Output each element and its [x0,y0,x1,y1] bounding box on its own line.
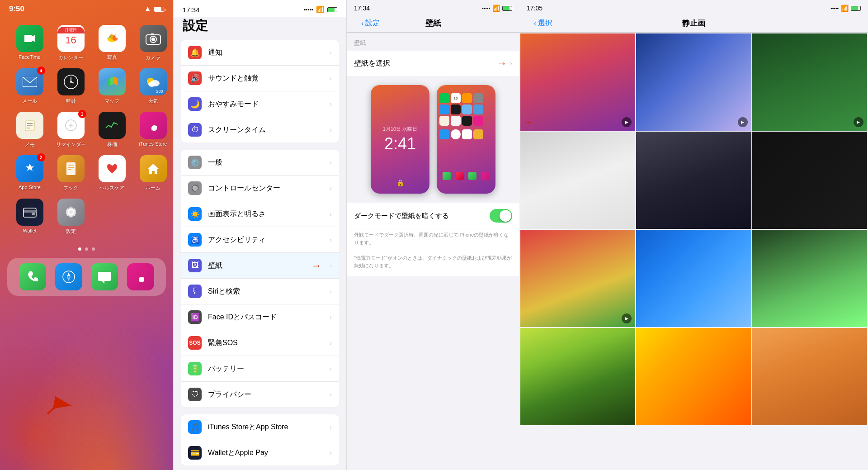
chevron-icon: › [330,423,332,431]
app-books[interactable]: ブック [54,155,88,191]
settings-item-wallpaper[interactable]: 🖼 壁紙 → › [181,253,339,279]
app-weather-icon: 280 [140,68,167,95]
settings-label-privacy: プライバシー [208,390,323,399]
p2-signal-icon: ▪▪▪▪▪ [304,6,313,13]
time-display: 9:50 [9,5,24,14]
p3-time: 17:34 [354,5,370,12]
app-appstore-label: App Store [19,185,41,190]
wallpaper-thumb-9[interactable] [752,230,867,327]
app-settings[interactable]: 設定 [54,199,88,235]
app-mail[interactable]: 4 メール [13,68,47,104]
app-home-icon [140,155,167,182]
settings-item-access[interactable]: ♿ アクセシビリティ › [181,227,339,253]
settings-icon-sos: SOS [188,336,202,350]
home-screen-preview: 16 [437,85,495,194]
wallpaper-thumb-3[interactable]: ▶ [752,33,867,131]
app-facetime-icon [16,25,43,52]
app-camera[interactable]: カメラ [136,25,170,61]
settings-item-dnd[interactable]: 🌙 おやすみモード › [181,91,339,117]
chevron-icon: › [330,313,332,321]
dock [7,258,166,296]
dark-mode-label: ダークモードで壁紙を暗くする [354,212,449,220]
settings-item-faceid[interactable]: 🆔 Face IDとパスコード › [181,304,339,330]
app-itunes[interactable]: iTunes Store [136,112,170,148]
app-clock-label: 時計 [66,98,76,104]
wallpaper-thumb-7[interactable]: ▶ [520,230,635,327]
p4-title: 静止画 [682,18,705,28]
app-wallet[interactable]: Wallet [13,199,47,235]
app-maps[interactable]: マップ [95,68,129,104]
wallpaper-thumb-6[interactable] [752,132,867,229]
app-memo-label: メモ [25,141,35,148]
wallpaper-thumb-4[interactable] [520,132,635,229]
settings-item-notify[interactable]: 🔔 通知 › [181,40,339,66]
dark-mode-description: 外観モードでダーク選択時、周囲の光に応じてiPhoneの壁紙が暗くなります。 "… [347,229,519,276]
settings-item-battery[interactable]: 🔋 バッテリー › [181,356,339,382]
app-wallet-label: Wallet [23,228,36,233]
app-home[interactable]: ホーム [136,155,170,191]
empty-slot-2 [136,199,170,235]
lock-time: 2:41 [384,134,416,153]
app-weather[interactable]: 280 天気 [136,68,170,104]
app-calendar[interactable]: 月曜日 16 カレンダー [54,25,88,61]
dock-safari-icon [55,263,82,290]
page-dots [0,244,173,254]
app-facetime-label: FaceTime [19,54,41,60]
settings-icon-access: ♿ [188,233,202,247]
chevron-icon: › [330,236,332,243]
wallpaper-thumb-12[interactable] [752,328,867,425]
wifi-icon: ▲ [144,5,151,14]
app-reminder[interactable]: 1 リマインダー [54,112,88,148]
dark-mode-toggle[interactable] [490,209,512,223]
app-memo[interactable]: メモ [13,112,47,148]
app-calendar-icon: 月曜日 16 [57,25,85,52]
chevron-icon: › [330,391,332,398]
settings-item-screentime[interactable]: ⏱ スクリーンタイム › [181,117,339,142]
app-clock[interactable]: 時計 [54,68,88,104]
wallpaper-thumb-5[interactable] [636,132,751,229]
settings-item-general[interactable]: ⚙️ 一般 › [181,150,339,176]
dock-messages[interactable] [91,263,118,290]
chevron-icon: › [330,49,332,56]
app-health[interactable]: ヘルスケア [95,155,129,191]
wallpaper-thumb-8[interactable] [636,230,751,327]
selected-arrow-1: → [524,117,533,127]
settings-item-privacy[interactable]: 🛡 プライバシー › [181,382,339,407]
p4-back-button[interactable]: ‹ 選択 [534,19,552,28]
chevron-icon: › [330,288,332,295]
settings-item-itunes[interactable]: 🎵 iTunes StoreとApp Store › [181,414,339,440]
settings-item-wallet[interactable]: 💳 WalletとApple Pay › [181,440,339,465]
settings-icon-dnd: 🌙 [188,97,202,111]
app-photos[interactable]: 写真 [95,25,129,61]
wallpaper-thumb-2[interactable]: ▶ [636,33,751,131]
dock-safari[interactable] [55,263,82,290]
wallpaper-thumb-10[interactable] [520,328,635,425]
app-appstore[interactable]: 2 App Store [13,155,47,191]
app-stocks[interactable]: 株価 [95,112,129,148]
app-settings-label: 設定 [66,228,76,235]
app-reminder-icon: 1 [57,112,85,139]
p3-back-button[interactable]: ‹ 設定 [361,19,380,28]
app-health-icon [99,155,126,182]
settings-item-siri[interactable]: 🎙 Siriと検索 › [181,279,339,304]
settings-icon-wallpaper: 🖼 [188,259,202,272]
dock-music[interactable] [127,263,154,290]
app-calendar-label: カレンダー [58,54,83,61]
settings-group-3: 🎵 iTunes StoreとApp Store › 💳 WalletとAppl… [181,414,339,465]
dot-3 [92,247,95,251]
app-facetime[interactable]: FaceTime [13,25,47,61]
wallpaper-thumb-1[interactable]: → ▶ [520,33,635,131]
dark-mode-row[interactable]: ダークモードで壁紙を暗くする [347,203,519,229]
settings-label-display: 画面表示と明るさ [208,209,323,219]
lock-screen-preview: 1月10日 水曜日 2:41 🔒 [371,85,429,194]
settings-label-access: アクセシビリティ [208,235,323,245]
chevron-icon: › [330,126,332,133]
dock-phone[interactable] [19,263,46,290]
select-wallpaper-row[interactable]: 壁紙を選択 → › [347,51,519,76]
settings-item-sos[interactable]: SOS 緊急SOS › [181,330,339,356]
settings-item-display[interactable]: ☀️ 画面表示と明るさ › [181,201,339,227]
wallpaper-thumb-11[interactable] [636,328,751,425]
dot-1 [78,247,81,251]
settings-item-control[interactable]: 🔘 コントロールセンター › [181,176,339,201]
settings-item-sound[interactable]: 🔊 サウンドと触覚 › [181,66,339,91]
